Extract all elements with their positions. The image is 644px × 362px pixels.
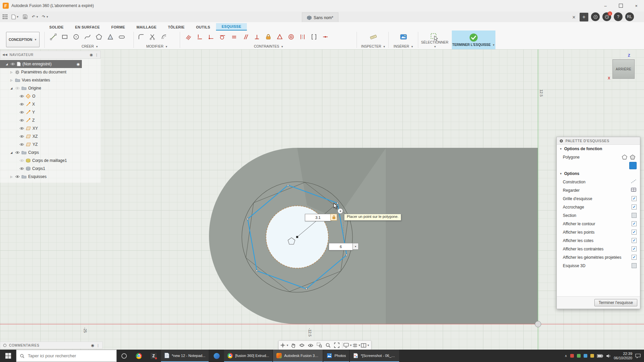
tab-forme[interactable]: FORME	[106, 24, 131, 31]
workspace-selector[interactable]: CONCEPTION▼	[6, 32, 40, 47]
perpendicular-constraint-icon[interactable]	[251, 32, 263, 42]
concentric-constraint-icon[interactable]	[285, 32, 297, 42]
visibility-eye-icon[interactable]	[19, 167, 24, 170]
tree-item-corps-maillage[interactable]: Corps de maillage1	[0, 157, 101, 165]
zoom-icon[interactable]	[324, 342, 332, 349]
file-menu-button[interactable]: ▼	[11, 12, 19, 21]
group-label-creer[interactable]: CRÉER ▼	[48, 44, 132, 48]
visibility-eye-icon[interactable]	[10, 62, 15, 66]
panel-grip-icon[interactable]: ❘	[97, 344, 100, 347]
viewports-icon[interactable]: ▼	[361, 342, 370, 349]
triangle-constraint-icon[interactable]	[274, 32, 285, 42]
taskbar-app-chrome-fusion[interactable]: [fusion 360] Extrud...	[224, 350, 272, 362]
panel-grip-icon[interactable]: ❘	[95, 53, 98, 57]
tree-item-corps[interactable]: ◢ Corps	[0, 148, 101, 157]
tray-app-yellow-icon[interactable]	[590, 354, 594, 358]
sides-count-input[interactable]	[329, 243, 353, 250]
tab-maillage[interactable]: MAILLAGE	[131, 24, 162, 31]
esquisse3d-checkbox[interactable]	[632, 263, 637, 268]
extensions-icon[interactable]	[591, 12, 600, 21]
save-button[interactable]	[21, 12, 30, 21]
tree-item-root[interactable]: ◢ (Non enregistré) ◉	[0, 60, 82, 68]
line-tool-icon[interactable]	[48, 32, 59, 42]
group-label-selectionner[interactable]: SÉLECTIONNER ▼	[419, 40, 450, 48]
cortana-icon[interactable]	[117, 350, 131, 362]
taskbar-app-notepad[interactable]: *new 12 - Notepad...	[161, 350, 209, 362]
group-label-modifier[interactable]: MODIFIER ▼	[136, 44, 178, 48]
visibility-eye-icon[interactable]	[19, 159, 24, 162]
sides-spinner-icon[interactable]: ▼	[353, 243, 359, 250]
collapse-panel-icon[interactable]: ◀◀	[2, 53, 7, 56]
offset-tool-icon[interactable]	[158, 32, 170, 42]
visibility-eye-icon[interactable]	[19, 143, 24, 146]
visibility-eye-icon[interactable]	[19, 119, 24, 122]
orbit-icon[interactable]	[298, 342, 306, 349]
measure-tool-icon[interactable]	[368, 32, 379, 42]
tree-item-origin-point[interactable]: O	[0, 92, 101, 100]
visibility-eye-icon[interactable]	[15, 86, 20, 90]
polygon-inscribed-icon[interactable]	[629, 154, 637, 161]
expand-arrow-icon[interactable]: ◢	[9, 87, 13, 90]
volume-icon[interactable]	[606, 354, 611, 358]
midpoint-constraint-icon[interactable]	[320, 32, 331, 42]
visibility-eye-icon[interactable]	[19, 135, 24, 138]
visibility-eye-icon[interactable]	[19, 111, 24, 114]
tree-item-plane-yz[interactable]: YZ	[0, 140, 101, 148]
group-label-contraintes[interactable]: CONTRAINTES ▼	[183, 44, 355, 48]
tray-app-green-icon[interactable]	[577, 354, 581, 358]
tab-en-surface[interactable]: EN SURFACE	[69, 24, 106, 31]
polygon-circumscribed-icon[interactable]	[621, 154, 629, 161]
tab-tolerie[interactable]: TÔLERIE	[162, 24, 191, 31]
orbit-constrained-icon[interactable]: ▼	[280, 342, 289, 349]
accrochage-checkbox[interactable]	[632, 204, 637, 209]
tree-item-axis-z[interactable]: Z	[0, 116, 101, 124]
radius-dimension-input[interactable]	[305, 214, 331, 221]
tray-app-blue-icon[interactable]	[584, 354, 587, 358]
expand-arrow-icon[interactable]: ▷	[9, 175, 13, 178]
tree-item-axis-y[interactable]: Y	[0, 108, 101, 116]
undo-button[interactable]: ↶▼	[31, 12, 40, 21]
taskbar-app-screenshot[interactable]: *[Screenshot - 06_1...	[350, 350, 399, 362]
fillet-tool-icon[interactable]	[136, 32, 147, 42]
terminer-esquisse-button[interactable]: Terminer l'esquisse	[594, 299, 637, 306]
browser-icon[interactable]	[131, 350, 146, 362]
group-label-inspecter[interactable]: INSPECTER ▼	[360, 44, 387, 48]
finish-sketch-button[interactable]: TERMINER L'ESQUISSE ▼	[452, 31, 495, 49]
taskbar-app-photos[interactable]: Photos	[323, 350, 349, 362]
circle-tool-icon[interactable]	[70, 32, 82, 42]
slot-tool-icon[interactable]	[116, 32, 127, 42]
tangent-constraint-icon[interactable]	[217, 32, 228, 42]
palette-header[interactable]: PALETTE D'ESQUISSES	[557, 137, 640, 145]
tree-item-origine[interactable]: ◢ Origine	[0, 84, 101, 92]
maximize-button[interactable]	[613, 0, 629, 11]
active-component-radio[interactable]: ◉	[76, 62, 80, 66]
expand-arrow-icon[interactable]: ◢	[5, 63, 9, 66]
spline-tool-icon[interactable]	[82, 32, 93, 42]
contraintes-checkbox[interactable]	[632, 246, 637, 251]
parallel-constraint-icon[interactable]	[240, 32, 251, 42]
section-checkbox[interactable]	[632, 213, 637, 218]
symmetry-constraint-icon[interactable]	[297, 32, 308, 42]
expand-arrow-icon[interactable]: ▷	[9, 79, 13, 82]
new-tab-button[interactable]: +	[580, 13, 588, 21]
zoom-window-icon[interactable]	[315, 342, 324, 349]
group-label-inserer[interactable]: INSÉRER ▼	[390, 44, 417, 48]
visibility-eye-icon[interactable]	[15, 175, 20, 178]
redo-button[interactable]: ↷▼	[41, 12, 50, 21]
coincident-constraint-icon[interactable]	[206, 32, 217, 42]
start-button[interactable]	[0, 350, 16, 362]
section-options[interactable]: ▼ Options	[557, 170, 640, 178]
viewport-canvas[interactable]: 12.5 -25 -12.5 ◀◀ NAVIGATEUR ◉ ❘ ◢ (Non …	[0, 49, 644, 350]
look-at-icon[interactable]	[631, 187, 637, 193]
visibility-eye-icon[interactable]	[15, 151, 20, 154]
rectangle-tool-icon[interactable]	[59, 32, 70, 42]
viewcube[interactable]: ARRIÈRE	[612, 59, 635, 79]
conic-tool-icon[interactable]	[105, 32, 116, 42]
media-app-icon[interactable]	[209, 350, 224, 362]
grille-checkbox[interactable]	[632, 196, 637, 201]
battery-icon[interactable]	[597, 354, 603, 358]
contour-checkbox[interactable]	[632, 221, 637, 226]
close-button[interactable]: ×	[629, 0, 644, 11]
insert-image-icon[interactable]	[398, 32, 409, 42]
polygon-edge-mode-selected[interactable]	[629, 162, 637, 169]
